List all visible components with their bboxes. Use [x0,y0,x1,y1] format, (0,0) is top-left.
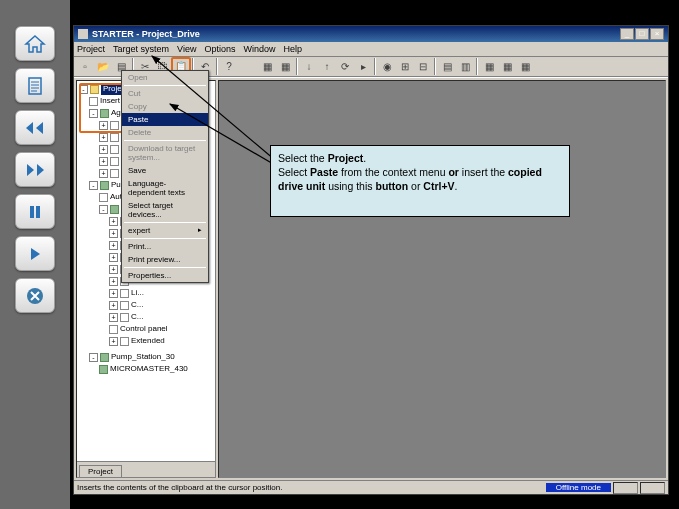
statusbar: Inserts the contents of the clipboard at… [74,480,668,494]
tab-project[interactable]: Project [79,465,122,477]
ctx-cut: Cut [122,87,208,100]
close-button[interactable] [15,278,55,313]
tree-ext[interactable]: +Extended [79,335,213,347]
ctx-seltarget[interactable]: Select target devices... [122,199,208,221]
tb-l-icon[interactable]: ▦ [516,58,534,75]
tb-c-icon[interactable]: ⟳ [336,58,354,75]
tb-open-icon[interactable]: 📂 [94,58,112,75]
window-title: STARTER - Project_Drive [92,29,620,39]
svg-rect-6 [36,206,40,218]
forward-button[interactable] [15,152,55,187]
tb-h-icon[interactable]: ▤ [438,58,456,75]
menu-project[interactable]: Project [77,44,105,54]
tb-j-icon[interactable]: ▦ [480,58,498,75]
tb-a-icon[interactable]: ↓ [300,58,318,75]
ctx-print[interactable]: Print... [122,240,208,253]
svg-rect-0 [29,78,41,94]
tree-d9[interactable]: +C... [79,311,213,323]
tree-cpanel[interactable]: Control panel [79,323,213,335]
tb-b-icon[interactable]: ↑ [318,58,336,75]
ctx-save[interactable]: Save [122,164,208,177]
tree-tabs: Project [77,461,215,477]
maximize-button[interactable]: □ [635,28,649,40]
status-cell-1 [613,482,638,494]
status-hint: Inserts the contents of the clipboard at… [77,483,282,492]
window-close-button[interactable]: × [650,28,664,40]
ctx-langtexts[interactable]: Language-dependent texts [122,177,208,199]
back-button[interactable] [15,110,55,145]
ctx-props[interactable]: Properties... [122,269,208,282]
menu-view[interactable]: View [177,44,196,54]
tb-d-icon[interactable]: ▸ [354,58,372,75]
svg-rect-5 [30,206,34,218]
ctx-paste[interactable]: Paste [122,113,208,126]
ctx-open: Open [122,71,208,84]
menubar: Project Target system View Options Windo… [74,42,668,57]
tb-f-icon[interactable]: ⊞ [396,58,414,75]
tb-e-icon[interactable]: ◉ [378,58,396,75]
tb-i-icon[interactable]: ▥ [456,58,474,75]
tb-new-icon[interactable]: ▫ [76,58,94,75]
tb-grid1-icon[interactable]: ▦ [258,58,276,75]
ctx-delete: Delete [122,126,208,139]
tb-k-icon[interactable]: ▦ [498,58,516,75]
status-offline: Offline mode [546,483,611,492]
ctx-copy: Copy [122,100,208,113]
menu-target[interactable]: Target system [113,44,169,54]
menu-help[interactable]: Help [283,44,302,54]
pause-button[interactable] [15,194,55,229]
status-cell-2 [640,482,665,494]
instruction-callout: Select the Project. Select Paste from th… [270,145,570,217]
menu-window[interactable]: Window [243,44,275,54]
tb-help-icon[interactable]: ? [220,58,238,75]
tb-g-icon[interactable]: ⊟ [414,58,432,75]
tree-pump30b[interactable]: -Pump_Station_30 [79,351,213,363]
help-control-strip [0,0,70,509]
menu-options[interactable]: Options [204,44,235,54]
app-icon [78,29,88,39]
ctx-printprev[interactable]: Print preview... [122,253,208,266]
play-button[interactable] [15,236,55,271]
home-button[interactable] [15,26,55,61]
ctx-download: Download to target system... [122,142,208,164]
tree-micromaster[interactable]: MICROMASTER_430 [79,363,213,375]
minimize-button[interactable]: _ [620,28,634,40]
context-menu: Open Cut Copy Paste Delete Download to t… [121,70,209,283]
tb-grid2-icon[interactable]: ▦ [276,58,294,75]
tree-d8[interactable]: +C... [79,299,213,311]
document-button[interactable] [15,68,55,103]
titlebar: STARTER - Project_Drive _ □ × [74,26,668,42]
ctx-expert[interactable]: expert [122,224,208,237]
tree-d7[interactable]: +Li... [79,287,213,299]
work-canvas [218,80,666,478]
